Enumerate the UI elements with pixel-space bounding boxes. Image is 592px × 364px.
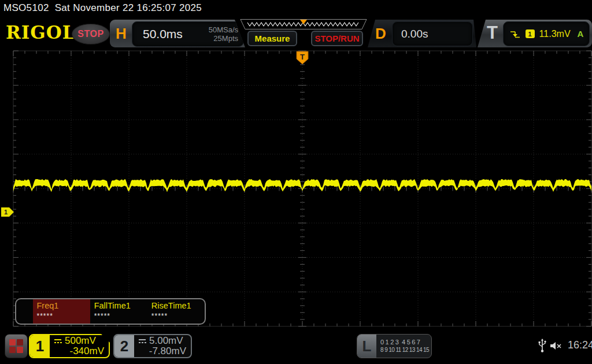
dc-coupling-icon xyxy=(53,337,62,344)
measurement-value: ***** xyxy=(37,312,90,320)
measurement-risetime1[interactable]: RiseTime1 ***** xyxy=(147,299,205,324)
channel-1-number: 1 xyxy=(30,335,50,357)
sound-status xyxy=(549,340,563,354)
measurement-falltime1[interactable]: FallTime1 ***** xyxy=(90,299,147,324)
channel-2-offset: -7.80mV xyxy=(138,346,186,356)
dc-coupling-icon xyxy=(138,337,147,344)
channel-1-ground-marker[interactable]: 1 xyxy=(1,207,14,217)
logic-channel-numbers: 0 1 2 3 4 5 6 7 8 9 10 11 12 13 14 15 xyxy=(376,335,431,358)
usb-icon xyxy=(538,339,547,354)
oscilloscope-screen: MSO5102 Sat November 22 16:25:07 2025 RI… xyxy=(0,0,592,364)
clock: 16:24 xyxy=(568,339,592,351)
graticule-grid xyxy=(13,51,591,326)
speaker-muted-icon xyxy=(549,340,563,352)
measurement-value: ***** xyxy=(151,312,205,320)
logic-row-1: 0 1 2 3 4 5 6 7 xyxy=(380,338,431,346)
channel-2-scale: 5.00mV xyxy=(149,336,183,346)
channel-2-box[interactable]: 2 5.00mV -7.80mV xyxy=(113,334,192,358)
measurement-label: RiseTime1 xyxy=(151,301,205,310)
measurement-label: Freq1 xyxy=(37,301,90,310)
svg-text:1: 1 xyxy=(4,209,8,216)
windows-menu-button[interactable] xyxy=(5,334,28,358)
windows-grid-icon xyxy=(9,339,23,353)
logic-label: L xyxy=(357,335,376,358)
measurement-value: ***** xyxy=(94,312,147,320)
measurement-freq1[interactable]: Freq1 ***** xyxy=(33,299,90,324)
channel-1-scale: 500mV xyxy=(65,336,96,346)
measurement-panel[interactable]: Freq1 ***** FallTime1 ***** RiseTime1 **… xyxy=(15,298,206,325)
svg-text:T: T xyxy=(300,53,305,61)
channel-1-box[interactable]: 1 500mV -340mV xyxy=(29,334,110,358)
channel-1-offset: -340mV xyxy=(53,346,104,356)
measurement-spacer xyxy=(16,299,33,324)
logic-row-2: 8 9 10 11 12 13 14 15 xyxy=(380,346,431,354)
trigger-position-marker[interactable]: T xyxy=(297,51,308,64)
bottom-bar: 1 500mV -340mV 2 xyxy=(0,333,592,364)
channel-2-number: 2 xyxy=(114,335,134,357)
measurement-label: FallTime1 xyxy=(94,301,147,310)
usb-status xyxy=(538,339,547,356)
logic-channels-box[interactable]: L 0 1 2 3 4 5 6 7 8 9 10 11 12 13 14 15 xyxy=(357,334,432,358)
